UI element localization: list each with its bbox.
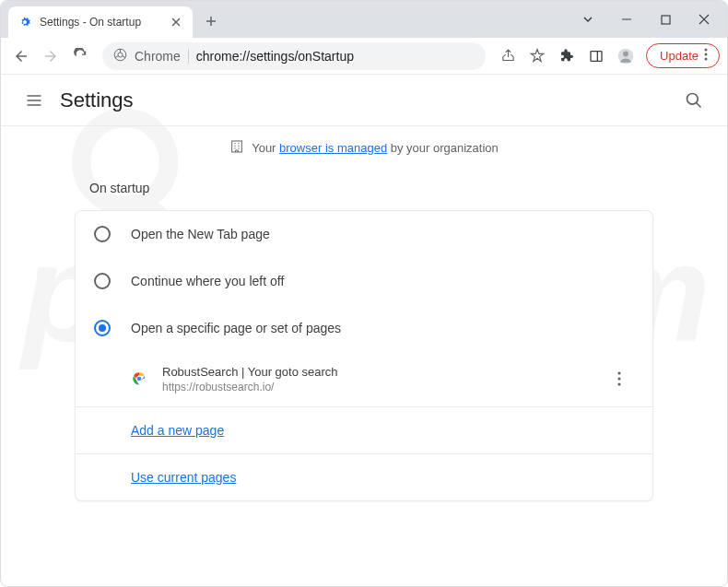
omnibox-prefix: Chrome [135,49,181,64]
chrome-icon [113,48,127,65]
use-current-link[interactable]: Use current pages [131,470,236,485]
bookmark-icon[interactable] [524,43,550,69]
svg-point-8 [705,49,708,52]
startup-card: Open the New Tab page Continue where you… [75,210,653,501]
page-item-url: https://robustsearch.io/ [162,381,590,393]
close-window-button[interactable] [688,6,720,33]
svg-point-16 [617,371,620,374]
svg-point-11 [687,93,699,104]
option-new-tab[interactable]: Open the New Tab page [76,211,652,257]
share-icon[interactable] [495,43,521,69]
settings-content: On startup Open the New Tab page Continu… [1,170,727,501]
update-button[interactable]: Update [646,43,720,68]
settings-header: Settings [1,75,727,126]
startup-page-item: RobustSearch | Your goto search https://… [76,351,652,406]
omnibox-url: chrome://settings/onStartup [196,49,475,64]
minimize-button[interactable] [611,6,642,33]
svg-point-10 [705,58,708,61]
hamburger-icon[interactable] [16,82,53,119]
extensions-icon[interactable] [554,43,580,69]
menu-dots-icon [704,48,708,64]
radio-icon [94,273,111,289]
browser-tab[interactable]: Settings - On startup [8,6,193,38]
sidebar-icon[interactable] [583,43,609,69]
update-label: Update [660,49,699,63]
gear-icon [18,15,32,29]
site-favicon [131,370,147,387]
building-icon [229,139,244,157]
option-label: Continue where you left off [131,274,284,288]
svg-point-18 [617,382,620,385]
section-title: On startup [75,170,653,210]
svg-point-7 [623,51,628,56]
managed-text: Your browser is managed by your organiza… [252,141,499,155]
reload-button[interactable] [67,43,93,69]
window-controls [572,1,727,38]
titlebar: Settings - On startup [1,1,727,38]
chevron-down-icon[interactable] [572,6,604,33]
browser-toolbar: Chrome chrome://settings/onStartup Updat… [1,38,727,75]
svg-point-17 [617,377,620,380]
close-icon[interactable] [169,15,183,29]
option-continue[interactable]: Continue where you left off [76,257,652,304]
use-current-row: Use current pages [76,453,652,500]
search-icon[interactable] [675,82,712,119]
page-item-menu[interactable] [605,364,634,393]
address-bar[interactable]: Chrome chrome://settings/onStartup [102,42,486,70]
page-item-title: RobustSearch | Your goto search [162,365,590,379]
svg-rect-5 [591,51,602,61]
option-specific-pages[interactable]: Open a specific page or set of pages [76,304,652,351]
profile-icon[interactable] [613,43,639,69]
separator [188,49,189,64]
tab-title: Settings - On startup [40,16,161,29]
forward-button[interactable] [38,43,64,69]
managed-banner: Your browser is managed by your organiza… [1,126,727,170]
add-page-link[interactable]: Add a new page [131,423,224,438]
page-title: Settings [60,88,675,112]
option-label: Open a specific page or set of pages [131,321,341,335]
svg-point-4 [118,53,123,57]
back-button[interactable] [8,43,34,69]
svg-rect-2 [662,16,670,24]
radio-icon [94,320,111,336]
radio-icon [94,226,111,242]
add-page-row: Add a new page [76,406,652,453]
maximize-button[interactable] [650,6,681,33]
new-tab-button[interactable] [198,8,224,34]
svg-point-9 [705,53,708,56]
managed-link[interactable]: browser is managed [279,141,387,155]
option-label: Open the New Tab page [131,227,270,241]
svg-point-15 [137,377,142,382]
